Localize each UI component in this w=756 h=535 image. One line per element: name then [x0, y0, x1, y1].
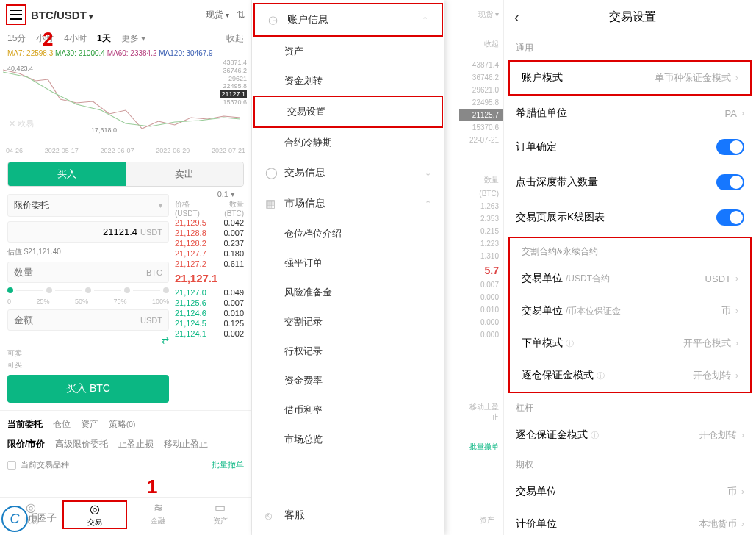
setting-trade-unit-usdt[interactable]: 交易单位/USDT合约 USDT›: [510, 262, 750, 295]
drawer-market-info[interactable]: ▦ 市场信息 ⌃: [252, 188, 444, 219]
filter-checkbox[interactable]: [7, 461, 16, 470]
bid-row[interactable]: 21,127.00.049: [175, 287, 244, 298]
subtab-adv[interactable]: 高级限价委托: [55, 438, 108, 450]
buy-tab[interactable]: 买入: [8, 162, 126, 186]
collapse-chart[interactable]: 收起: [226, 32, 244, 45]
chart-icon: ◯: [265, 166, 277, 179]
tab-positions[interactable]: 仓位: [53, 418, 71, 431]
drawer-item[interactable]: 市场总览: [252, 425, 444, 454]
pct-slider[interactable]: [7, 287, 169, 293]
ask-row[interactable]: 21,128.20.237: [175, 238, 244, 248]
watermark-logo: C: [1, 506, 28, 532]
tab-current-orders[interactable]: 当前委托: [7, 418, 43, 431]
order-type-selector[interactable]: 限价委托: [7, 194, 169, 217]
header: BTC/USDT 现货 ⇅: [0, 0, 251, 29]
menu-icon[interactable]: [6, 4, 26, 25]
bid-row[interactable]: 21,124.60.010: [175, 308, 244, 318]
chart-high-label: 40,423.4: [7, 65, 33, 72]
sell-tab[interactable]: 卖出: [126, 162, 243, 186]
batch-cancel[interactable]: 批量撤单: [212, 459, 244, 470]
swap-icon[interactable]: ⇅: [237, 9, 245, 21]
setting-account-mode[interactable]: 账户模式 单币种保证金模式›: [510, 62, 750, 94]
nav-assets[interactable]: ▭资产: [190, 500, 252, 529]
trade-icon: ◎: [64, 502, 126, 516]
bid-row[interactable]: 21,125.60.007: [175, 298, 244, 308]
drawer-item[interactable]: 资金费率: [252, 366, 444, 395]
amount-unit: USDT: [140, 316, 162, 325]
drawer-item-transfer[interactable]: 资金划转: [252, 66, 444, 96]
transfer-icon[interactable]: ⇄: [7, 335, 169, 345]
back-icon[interactable]: ‹: [514, 9, 519, 26]
info-icon[interactable]: ⓘ: [591, 430, 599, 441]
chevron-up-icon: ⌃: [425, 199, 431, 209]
setting-quote-unit[interactable]: 计价单位 本地货币›: [504, 508, 756, 535]
section-option: 期权: [504, 451, 756, 475]
drawer-item[interactable]: 仓位档位介绍: [252, 219, 444, 248]
setting-trade-unit-coin[interactable]: 交易单位/币本位保证金 币›: [510, 295, 750, 327]
info-icon[interactable]: ⓘ: [597, 370, 605, 381]
setting-order-mode[interactable]: 下单模式ⓘ 开平仓模式›: [510, 327, 750, 359]
toggle-depth-qty[interactable]: [716, 174, 744, 190]
nav-finance[interactable]: ≋金融: [127, 500, 190, 529]
drawer-item[interactable]: 风险准备金: [252, 278, 444, 307]
ask-row[interactable]: 21,129.50.042: [175, 218, 244, 228]
market-icon: ▦: [265, 197, 277, 210]
section-contract: 交割合约&永续合约: [510, 238, 750, 262]
pair-selector[interactable]: BTC/USDT: [31, 9, 93, 21]
annotation-1: 1: [147, 475, 157, 498]
bid-row[interactable]: 21,124.10.002: [175, 328, 244, 339]
tf-4h[interactable]: 4小时: [64, 32, 87, 45]
setting-isolated-margin[interactable]: 逐仓保证金模式ⓘ 开仓划转›: [510, 359, 750, 392]
tf-more[interactable]: 更多: [121, 32, 145, 45]
toggle-show-kline[interactable]: [716, 209, 744, 226]
chart-x-axis: 04-262022-05-172022-06-072022-06-292022-…: [0, 147, 251, 154]
setting-show-kline: 交易页展示K线图表: [504, 200, 756, 235]
toggle-order-confirm[interactable]: [716, 139, 744, 155]
drawer-item[interactable]: 交割记录: [252, 307, 444, 337]
drawer-item[interactable]: 强平订单: [252, 248, 444, 278]
drawer-trade-info[interactable]: ◯ 交易信息 ⌄: [252, 157, 444, 188]
drawer-item-assets[interactable]: 资产: [252, 37, 444, 66]
drawer-account-info[interactable]: ◷ 账户信息 ⌃: [255, 4, 442, 35]
tab-strategy[interactable]: 策略(0): [109, 418, 135, 431]
est-value: 估值 $21,121.40: [7, 247, 169, 257]
nav-trade[interactable]: ◎交易: [62, 500, 128, 529]
price-chart[interactable]: 40,423.4 17,618.0 ✕ 欧易 43871.4 36746.2 2…: [3, 59, 248, 147]
setting-order-confirm: 订单确定: [504, 129, 756, 165]
setting-lever-isolated[interactable]: 逐仓保证金模式ⓘ 开仓划转›: [504, 419, 756, 451]
drawer-item[interactable]: 行权记录: [252, 337, 444, 366]
bid-row[interactable]: 21,124.50.125: [175, 318, 244, 328]
mid-price: 21,127.1: [175, 269, 244, 287]
qty-input[interactable]: [14, 267, 143, 278]
chevron-up-icon: ⌃: [422, 15, 428, 25]
leverage-selector[interactable]: 0.1: [175, 190, 244, 199]
tf-15m[interactable]: 15分: [7, 32, 26, 45]
amount-input[interactable]: [14, 315, 137, 326]
section-general: 通用: [504, 35, 756, 59]
setting-option-unit[interactable]: 交易单位 币›: [504, 475, 756, 508]
qty-input-row: BTC: [7, 262, 169, 283]
drawer-item[interactable]: 借币利率: [252, 395, 444, 425]
price-input[interactable]: [14, 226, 137, 237]
buy-button[interactable]: 买入 BTC: [7, 375, 169, 403]
background-strip: 现货 ▾ 收起 43871.4 36746.2 29621.0 22495.8 …: [459, 0, 503, 535]
tab-assets[interactable]: 资产: [81, 418, 98, 431]
market-type-selector[interactable]: 现货: [206, 9, 229, 21]
subtab-limit[interactable]: 限价/市价: [7, 438, 45, 450]
ma30: MA30: 21000.4: [55, 49, 105, 57]
setting-greek-unit[interactable]: 希腊值单位 PA›: [504, 97, 756, 129]
chart-low-label: 17,618.0: [91, 126, 117, 134]
avail-sell: 可卖: [7, 348, 169, 359]
subtab-tpsl[interactable]: 止盈止损: [118, 438, 154, 450]
info-icon[interactable]: ⓘ: [566, 338, 574, 349]
ask-row[interactable]: 21,128.80.007: [175, 228, 244, 238]
amount-input-row: USDT: [7, 309, 169, 331]
setting-depth-qty: 点击深度带入数量: [504, 165, 756, 200]
subtab-trail[interactable]: 移动止盈止: [164, 438, 208, 450]
tf-1d[interactable]: 1天: [97, 32, 111, 45]
drawer-item-cooldown[interactable]: 合约冷静期: [252, 128, 444, 157]
drawer-support[interactable]: ⎋ 客服: [252, 500, 444, 531]
drawer-item-trade-settings[interactable]: 交易设置: [255, 97, 442, 126]
ask-row[interactable]: 21,127.70.180: [175, 248, 244, 259]
ask-row[interactable]: 21,127.20.611: [175, 259, 244, 269]
